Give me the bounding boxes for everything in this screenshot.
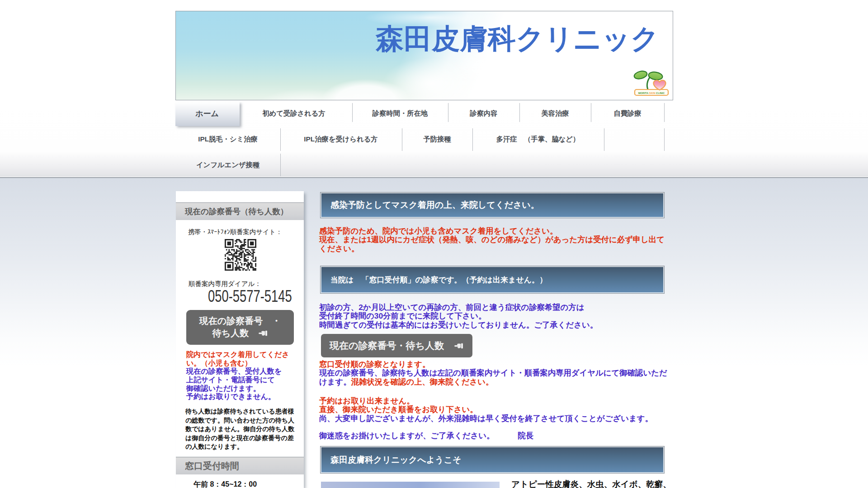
svg-text:MORITA SKIN CLINIC: MORITA SKIN CLINIC: [638, 92, 665, 94]
